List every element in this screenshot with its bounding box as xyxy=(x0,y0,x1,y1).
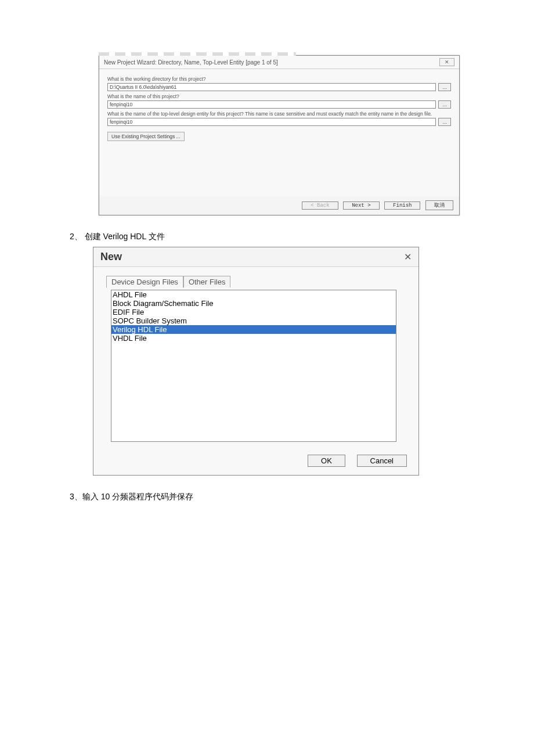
wizard-body: What is the working directory for this p… xyxy=(99,69,459,197)
wizard-footer: < Back Next > Finish 取消 xyxy=(99,197,459,215)
cropped-toolbar-fragment xyxy=(99,52,296,56)
close-icon[interactable]: ✕ xyxy=(404,251,412,262)
directory-input[interactable]: D:\Quartus II 6.0\eda\shiyan61 xyxy=(107,83,436,91)
directory-label: What is the working directory for this p… xyxy=(107,76,451,82)
wizard-title-bar: New Project Wizard: Directory, Name, Top… xyxy=(99,56,459,69)
project-name-label: What is the name of this project? xyxy=(107,93,451,99)
new-dialog-body: Device Design FilesOther Files AHDL File… xyxy=(93,267,418,449)
next-button[interactable]: Next > xyxy=(343,201,379,210)
list-item[interactable]: Block Diagram/Schematic File xyxy=(111,299,396,308)
finish-button[interactable]: Finish xyxy=(384,201,420,210)
tab-other-files[interactable]: Other Files xyxy=(183,276,231,287)
entity-name-input[interactable]: fenpinqi10 xyxy=(107,118,436,126)
ok-button[interactable]: OK xyxy=(308,455,345,467)
list-item[interactable]: EDIF File xyxy=(111,308,396,316)
browse-entity-button[interactable]: ... xyxy=(438,118,451,126)
tab-device-design-files[interactable]: Device Design Files xyxy=(106,276,183,288)
cancel-button[interactable]: 取消 xyxy=(425,200,453,210)
wizard-title-text: New Project Wizard: Directory, Name, Top… xyxy=(104,59,278,66)
back-button: < Back xyxy=(302,201,338,210)
step-2-text: 2、 创建 Verilog HDL 文件 xyxy=(70,232,464,242)
cancel-button[interactable]: Cancel xyxy=(357,455,407,467)
close-icon[interactable]: ✕ xyxy=(439,58,454,66)
use-existing-settings-button[interactable]: Use Existing Project Settings ... xyxy=(107,132,185,141)
new-dialog-title-bar: New ✕ xyxy=(93,247,418,267)
list-item[interactable]: Verilog HDL File xyxy=(111,325,396,334)
list-item[interactable]: SOPC Builder System xyxy=(111,316,396,325)
tabs: Device Design FilesOther Files xyxy=(106,276,409,288)
new-project-wizard-dialog: New Project Wizard: Directory, Name, Top… xyxy=(99,55,460,215)
new-dialog-title: New xyxy=(100,251,122,263)
file-type-listbox[interactable]: AHDL FileBlock Diagram/Schematic FileEDI… xyxy=(111,290,396,442)
step-3-text: 3、输入 10 分频器程序代码并保存 xyxy=(70,492,464,502)
new-file-dialog: New ✕ Device Design FilesOther Files AHD… xyxy=(93,247,419,476)
browse-directory-button[interactable]: ... xyxy=(438,83,451,91)
list-item[interactable]: VHDL File xyxy=(111,334,396,343)
list-item[interactable]: AHDL File xyxy=(111,290,396,299)
project-name-input[interactable]: fenpinqi10 xyxy=(107,100,436,109)
browse-name-button[interactable]: ... xyxy=(438,100,451,109)
entity-name-label: What is the name of the top-level design… xyxy=(107,111,451,117)
new-dialog-footer: OK Cancel xyxy=(93,449,418,475)
